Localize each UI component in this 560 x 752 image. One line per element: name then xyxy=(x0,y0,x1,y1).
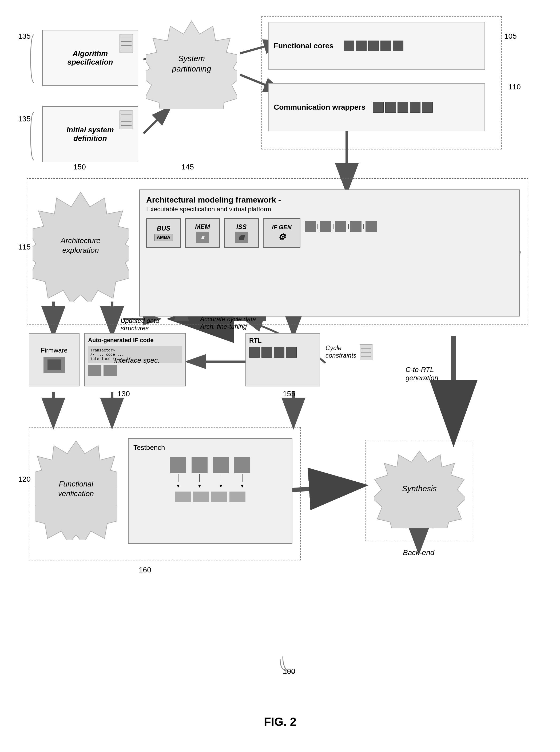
interface-spec-label: Interface spec. xyxy=(114,356,160,364)
fc-block-2 xyxy=(356,41,366,51)
ref-160: 160 xyxy=(139,566,151,574)
mem-label: MEM xyxy=(195,223,210,231)
backend-label: Back-end xyxy=(403,548,434,557)
ref-150: 150 xyxy=(73,163,86,171)
arch-explore-dashed-box: Architectureexploration Architectural mo… xyxy=(27,178,528,325)
arch-explore-starburst: Architectureexploration xyxy=(33,190,128,301)
ref-110: 110 xyxy=(508,83,521,91)
mem-component: MEM ▦ xyxy=(185,218,220,248)
ifgen-component: IF GEN ⚙ xyxy=(263,218,300,248)
comm-wrappers-section: Communication wrappers xyxy=(268,83,485,131)
rtl-title: RTL xyxy=(249,337,316,344)
sys-part-label: Systempartitioning xyxy=(172,53,211,74)
testbench-title: Testbench xyxy=(134,443,287,452)
chain-blocks xyxy=(305,221,377,232)
fig-label: FIG. 2 xyxy=(219,715,341,729)
comm-wrappers-label: Communication wrappers xyxy=(274,103,365,112)
ifcode-title: Auto-generated IF code xyxy=(88,337,182,344)
bus-component: BUS AMBA xyxy=(146,218,181,248)
updated-data-label: Updated datastructures xyxy=(121,317,159,332)
rtl-b1 xyxy=(249,347,260,358)
firmware-label: Firmware xyxy=(41,347,67,354)
fc-block-3 xyxy=(368,41,379,51)
diagram-container: 135 135 105 110 150 145 115 140 130 155 … xyxy=(0,0,560,752)
functional-cores-section: Functional cores xyxy=(268,22,485,70)
testbench-box: Testbench ▼ ▼ ▼ xyxy=(128,438,293,544)
synthesis-starburst: Synthesis xyxy=(374,448,465,528)
bus-label: BUS xyxy=(157,225,171,232)
svg-line-1 xyxy=(143,107,171,134)
func-verif-label: Functionalverification xyxy=(58,479,94,499)
ref-135-top: 135 xyxy=(18,32,31,41)
algo-spec-doc: Algorithmspecification xyxy=(42,30,138,86)
cw-block-5 xyxy=(422,102,433,113)
iss-label: ISS xyxy=(236,223,247,231)
arch-model-title: Architectural modeling framework - xyxy=(146,195,513,204)
functional-cores-label: Functional cores xyxy=(274,42,334,50)
functional-cores-blocks xyxy=(344,41,403,51)
comm-wrapper-blocks xyxy=(373,102,433,113)
rtl-b3 xyxy=(274,347,284,358)
cycle-constraints-area: Cycleconstraints xyxy=(325,344,356,359)
arch-explore-label: Architectureexploration xyxy=(61,236,100,255)
ref-145: 145 xyxy=(181,163,194,171)
synthesis-label: Synthesis xyxy=(402,483,437,494)
cw-block-4 xyxy=(410,102,420,113)
fc-block-4 xyxy=(380,41,391,51)
synthesis-dashed-box: Synthesis xyxy=(365,440,472,541)
arch-model-box: Architectural modeling framework - Execu… xyxy=(139,190,520,316)
top-right-box: Functional cores Communication wrappers xyxy=(261,16,502,150)
ref-135-bot: 135 xyxy=(18,115,31,123)
iss-component: ISS ⬛ xyxy=(224,218,259,248)
system-partitioning-starburst: Systempartitioning xyxy=(146,18,237,109)
init-sys-label: Initial systemdefinition xyxy=(66,126,114,143)
func-verif-dashed-box: Functionalverification Testbench ▼ ▼ xyxy=(29,427,301,560)
c-to-rtl-label: C-to-RTLgeneration xyxy=(405,365,438,382)
ref-155: 155 xyxy=(283,390,295,398)
firmware-box: Firmware xyxy=(29,333,80,387)
ref-105: 105 xyxy=(504,32,517,41)
func-verif-starburst: Functionalverification xyxy=(35,438,117,539)
cw-block-1 xyxy=(373,102,384,113)
algo-spec-label: Algorithmspecification xyxy=(67,50,113,66)
fc-block-5 xyxy=(393,41,403,51)
ref-130: 130 xyxy=(117,390,130,398)
cw-block-3 xyxy=(398,102,408,113)
init-sys-doc: Initial systemdefinition xyxy=(42,106,138,162)
fc-block-1 xyxy=(344,41,354,51)
cw-block-2 xyxy=(385,102,396,113)
ifgen-label: IF GEN xyxy=(272,224,291,231)
rtl-blocks xyxy=(249,347,316,358)
rtl-b2 xyxy=(261,347,272,358)
rtl-box: RTL xyxy=(245,333,320,387)
arch-model-subtitle: Executable specification and virtual pla… xyxy=(146,205,513,213)
accurate-cycle-label: Accurate cycle dataArch. fine-tuning xyxy=(200,315,256,330)
cycle-constraints-label: Cycleconstraints xyxy=(325,344,356,359)
rtl-b4 xyxy=(286,347,297,358)
